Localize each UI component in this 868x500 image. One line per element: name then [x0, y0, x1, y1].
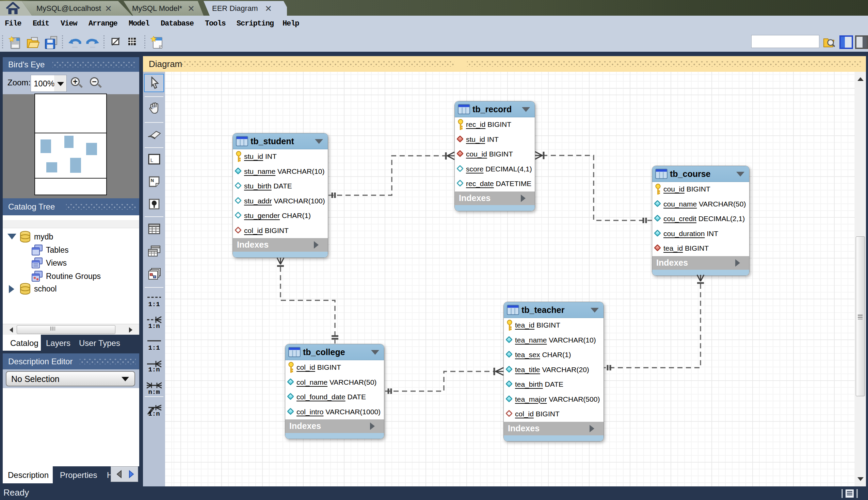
svg-text:N: N: [151, 178, 154, 183]
svg-text:L: L: [151, 158, 153, 163]
